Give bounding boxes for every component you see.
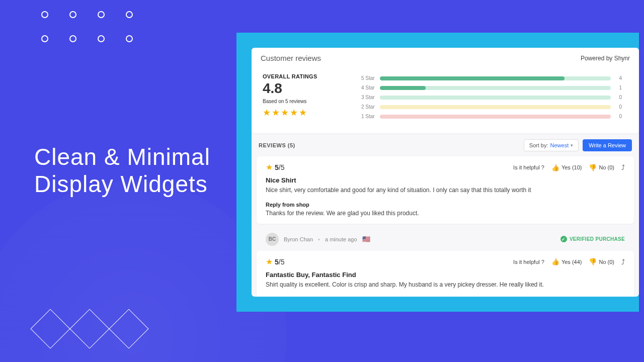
review-body: Shirt quality is excellent. Color is cri… bbox=[266, 281, 625, 289]
reply-label: Reply from shop bbox=[266, 202, 625, 208]
breakdown-bar bbox=[380, 86, 611, 90]
decorative-diamonds bbox=[36, 315, 154, 343]
sort-label: Sort by: bbox=[529, 142, 548, 148]
helpful-prompt: Is it helpful ? bbox=[513, 259, 544, 265]
summary-panel: Customer reviews Powered by Shynr OVERAL… bbox=[252, 48, 639, 133]
breakdown-row[interactable]: 5 Star4 bbox=[358, 75, 622, 81]
breakdown-bar bbox=[380, 96, 611, 100]
helpful-no-button[interactable]: 👎 No (0) bbox=[589, 164, 614, 171]
overall-rating-block: OVERALL RATINGS 4.8 Based on 5 reviews ★… bbox=[263, 73, 317, 119]
helpful-no-button[interactable]: 👎 No (0) bbox=[589, 258, 614, 265]
breakdown-count: 1 bbox=[616, 85, 622, 90]
sort-value: Newest bbox=[550, 142, 569, 148]
breakdown-row[interactable]: 1 Star0 bbox=[358, 114, 622, 119]
star-icon: ★ bbox=[266, 163, 273, 171]
thumb-down-icon: 👎 bbox=[589, 258, 597, 265]
overall-label: OVERALL RATINGS bbox=[263, 73, 317, 79]
thumb-up-icon: 👍 bbox=[551, 258, 559, 265]
decorative-dot-grid bbox=[41, 11, 133, 42]
reply-label: Reply from shop bbox=[266, 296, 625, 297]
widget-frame: Customer reviews Powered by Shynr OVERAL… bbox=[236, 33, 639, 312]
avatar: BC bbox=[266, 233, 279, 246]
chevron-down-icon: ▾ bbox=[571, 143, 573, 148]
share-icon[interactable]: ⤴ bbox=[621, 258, 625, 266]
powered-by-label: Powered by Shynr bbox=[581, 55, 630, 62]
reviews-count-label: REVIEWS (5) bbox=[259, 142, 295, 148]
breakdown-row[interactable]: 4 Star1 bbox=[358, 85, 622, 90]
breakdown-label: 5 Star bbox=[358, 75, 375, 81]
thumb-down-icon: 👎 bbox=[589, 164, 597, 171]
breakdown-label: 2 Star bbox=[358, 104, 375, 110]
star-icon: ★ bbox=[266, 258, 273, 266]
overall-based-on: Based on 5 reviews bbox=[263, 99, 317, 104]
star-icon: ★ bbox=[299, 108, 307, 117]
breakdown-bar bbox=[380, 115, 611, 119]
write-review-button[interactable]: Write a Review bbox=[583, 139, 632, 151]
review-body: Nice shirt, very comfortable and good fo… bbox=[266, 186, 625, 195]
thumb-up-icon: 👍 bbox=[551, 164, 559, 171]
breakdown-bar bbox=[380, 76, 611, 80]
review-card: ★5/5Is it helpful ?👍 Yes (10)👎 No (0)⤴Ni… bbox=[257, 156, 634, 224]
reviews-header: REVIEWS (5) Sort by: Newest ▾ Write a Re… bbox=[257, 133, 634, 156]
helpful-yes-button[interactable]: 👍 Yes (44) bbox=[551, 258, 582, 265]
sort-dropdown[interactable]: Sort by: Newest ▾ bbox=[524, 139, 579, 151]
star-icon: ★ bbox=[272, 108, 280, 117]
review-title: Fantastic Buy, Fantastic Find bbox=[266, 271, 625, 279]
star-icon: ★ bbox=[281, 108, 289, 117]
reply-body: Thanks for the review. We are glad you l… bbox=[266, 210, 625, 217]
review-rating: ★5/5 bbox=[266, 258, 284, 266]
breakdown-label: 4 Star bbox=[358, 85, 375, 90]
review-time: a minute ago bbox=[325, 236, 357, 242]
country-flag-icon: 🇺🇸 bbox=[362, 235, 370, 243]
breakdown-label: 1 Star bbox=[358, 114, 375, 119]
star-icon: ★ bbox=[263, 108, 271, 117]
marketing-headline: Clean & Minimal Display Widgets bbox=[34, 143, 210, 198]
breakdown-count: 0 bbox=[616, 114, 622, 119]
overall-stars: ★ ★ ★ ★ ★ bbox=[263, 108, 317, 117]
review-card: ★5/5Is it helpful ?👍 Yes (44)👎 No (0)⤴Fa… bbox=[257, 251, 634, 297]
breakdown-count: 0 bbox=[616, 95, 622, 100]
helpful-prompt: Is it helpful ? bbox=[513, 164, 544, 170]
verified-badge: ✓VERIFIED PURCHASE bbox=[560, 236, 625, 242]
breakdown-row[interactable]: 2 Star0 bbox=[358, 104, 622, 110]
star-icon: ★ bbox=[290, 108, 298, 117]
marketing-line-1: Clean & Minimal bbox=[34, 143, 210, 170]
breakdown-row[interactable]: 3 Star0 bbox=[358, 95, 622, 100]
check-icon: ✓ bbox=[560, 236, 567, 242]
breakdown-label: 3 Star bbox=[358, 95, 375, 100]
breakdown-count: 4 bbox=[616, 75, 622, 81]
marketing-line-2: Display Widgets bbox=[34, 170, 210, 198]
reviews-list: ★5/5Is it helpful ?👍 Yes (10)👎 No (0)⤴Ni… bbox=[257, 156, 634, 297]
overall-score: 4.8 bbox=[263, 80, 317, 97]
review-author: Byron Chan bbox=[284, 236, 313, 242]
widget-header: Customer reviews Powered by Shynr bbox=[252, 48, 639, 67]
widget-title: Customer reviews bbox=[261, 54, 321, 62]
review-title: Nice Shirt bbox=[266, 176, 625, 184]
rating-breakdown: 5 Star44 Star13 Star02 Star01 Star0 bbox=[358, 73, 628, 119]
breakdown-bar bbox=[380, 105, 611, 109]
review-rating: ★5/5 bbox=[266, 163, 284, 171]
share-icon[interactable]: ⤴ bbox=[621, 163, 625, 171]
breakdown-count: 0 bbox=[616, 104, 622, 110]
helpful-yes-button[interactable]: 👍 Yes (10) bbox=[551, 164, 582, 171]
reviews-widget: Customer reviews Powered by Shynr OVERAL… bbox=[252, 48, 639, 297]
review-meta-row: BCByron Chan•a minute ago🇺🇸✓VERIFIED PUR… bbox=[257, 228, 634, 251]
